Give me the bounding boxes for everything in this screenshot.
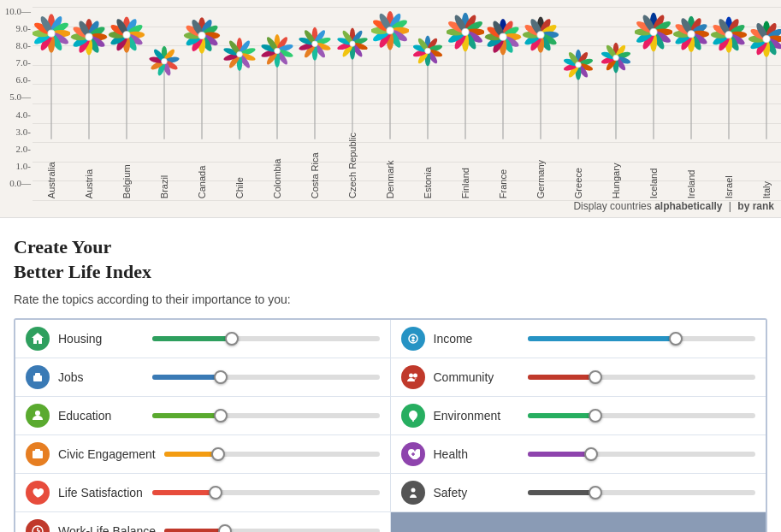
civic-slider-track[interactable] (164, 452, 380, 457)
flower-finland (447, 0, 484, 139)
y-label-9: 9.0- (3, 24, 31, 33)
environment-label: Environment (434, 409, 519, 423)
country-label-czech: Czech Republic (347, 133, 358, 198)
safety-fill (528, 490, 596, 495)
life-satisfaction-thumb[interactable] (209, 486, 222, 499)
jobs-slider-wrap[interactable] (152, 375, 380, 380)
civic-icon (26, 442, 50, 466)
income-slider-track[interactable] (528, 336, 756, 341)
income-icon (401, 327, 425, 351)
svg-point-168 (500, 33, 506, 40)
svg-point-66 (198, 32, 205, 38)
alphabetically-link[interactable]: alphabetically (654, 200, 722, 212)
svg-rect-265 (33, 451, 43, 458)
life-satisfaction-slider-track[interactable] (152, 490, 380, 495)
housing-row: Housing (15, 320, 391, 358)
svg-point-234 (688, 31, 695, 38)
country-label-hungary: Hungary (611, 139, 621, 198)
jobs-fill (152, 375, 221, 380)
housing-slider-track[interactable] (152, 336, 380, 341)
country-label-france: France (498, 139, 508, 198)
flower-colombia (258, 0, 296, 139)
life-satisfaction-label: Life Satisfaction (58, 486, 144, 499)
housing-icon (26, 327, 50, 351)
country-label-brazil: Brazil (159, 139, 169, 198)
income-row: Income (391, 320, 766, 358)
community-row: Community (391, 358, 766, 397)
svg-point-262 (763, 36, 770, 43)
y-label-3: 3.0- (3, 127, 31, 137)
environment-row: Environment (391, 397, 766, 435)
work-life-slider-wrap[interactable] (164, 529, 379, 532)
environment-icon (401, 404, 425, 428)
work-life-slider-track[interactable] (164, 529, 379, 532)
civic-slider-wrap[interactable] (164, 452, 380, 457)
svg-point-102 (312, 41, 318, 47)
health-row: Health (391, 435, 766, 474)
svg-point-128 (387, 27, 393, 34)
health-thumb[interactable] (584, 447, 598, 461)
flower-canada (183, 0, 221, 139)
svg-point-264 (35, 411, 40, 416)
income-slider-wrap[interactable] (528, 336, 756, 341)
environment-thumb[interactable] (589, 409, 602, 423)
education-slider-wrap[interactable] (152, 413, 380, 418)
community-slider-track[interactable] (528, 375, 756, 380)
community-slider-wrap[interactable] (528, 375, 756, 380)
community-icon (401, 365, 425, 389)
svg-point-248 (725, 32, 732, 38)
flower-australia (33, 0, 70, 139)
community-fill (528, 375, 596, 380)
life-satisfaction-slider-wrap[interactable] (152, 490, 380, 495)
svg-point-13 (48, 30, 55, 37)
work-life-label: Work-Life Balance (58, 524, 156, 532)
flower-chile (221, 0, 258, 139)
svg-point-273 (413, 374, 417, 378)
civic-thumb[interactable] (211, 447, 225, 461)
country-label-colombia: Colombia (272, 139, 282, 198)
flower-greece (559, 0, 597, 139)
page-title: Create YourBetter Life Index (14, 235, 767, 284)
svg-point-194 (576, 62, 582, 68)
safety-slider-wrap[interactable] (528, 490, 756, 495)
income-thumb[interactable] (669, 332, 683, 346)
civic-row: Civic Engagement (15, 435, 391, 474)
svg-point-154 (462, 28, 469, 35)
environment-slider-wrap[interactable] (528, 413, 756, 418)
housing-slider-wrap[interactable] (152, 336, 380, 341)
flower-israel (710, 0, 748, 139)
flower-hungary (597, 0, 635, 139)
flower-czech (334, 0, 371, 133)
safety-thumb[interactable] (589, 486, 602, 499)
work-life-fill (164, 529, 224, 532)
y-label-10: 10.0— (3, 7, 31, 16)
safety-slider-track[interactable] (528, 490, 756, 495)
health-fill (528, 452, 592, 457)
health-label: Health (434, 447, 519, 461)
jobs-thumb[interactable] (214, 370, 228, 384)
y-axis: 10.0— 9.0- 8.0- 7.0- 6.0- 5.0— 4.0- 3.0-… (0, 0, 34, 197)
education-row: Education (15, 397, 391, 435)
community-thumb[interactable] (589, 370, 602, 384)
education-thumb[interactable] (214, 409, 228, 423)
environment-slider-track[interactable] (528, 413, 756, 418)
work-life-thumb[interactable] (218, 524, 232, 532)
svg-point-182 (537, 32, 544, 38)
by-rank-link[interactable]: by rank (737, 200, 774, 212)
flower-belgium (108, 0, 145, 139)
svg-point-140 (425, 48, 431, 54)
safety-row: Safety (391, 474, 766, 512)
education-slider-track[interactable] (152, 413, 380, 418)
flower-ireland (672, 0, 710, 139)
country-label-australia: Australia (46, 139, 56, 198)
y-label-0: 0.0— (3, 179, 31, 188)
country-label-finland: Finland (460, 139, 470, 198)
housing-thumb[interactable] (225, 332, 239, 346)
flower-italy (748, 0, 781, 139)
svg-point-206 (613, 55, 619, 61)
health-slider-wrap[interactable] (528, 452, 756, 457)
health-slider-track[interactable] (528, 452, 756, 457)
form-grid: Housing Jobs (15, 320, 766, 532)
country-label-ireland: Ireland (686, 139, 696, 198)
jobs-slider-track[interactable] (152, 375, 380, 380)
